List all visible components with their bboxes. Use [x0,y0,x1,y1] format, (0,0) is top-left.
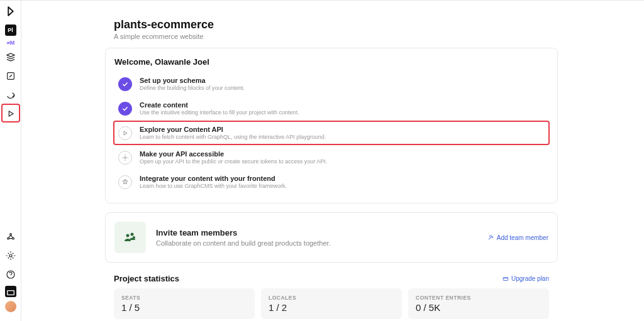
step-desc: Learn to fetch content with GraphQL, usi… [140,134,531,140]
schema-icon[interactable] [3,50,18,65]
svg-point-4 [9,234,11,236]
upgrade-plan-link[interactable]: Upgrade plan [502,275,549,282]
svg-rect-14 [503,277,508,280]
step-title: Create content [140,101,531,109]
add-team-member-link[interactable]: Add team member [488,234,548,241]
check-icon [118,102,132,116]
svg-point-13 [489,236,491,237]
stat-seats: SEATS1 / 5 [114,288,255,319]
check-icon [118,77,132,91]
integrate-icon [118,175,132,189]
link-label: Upgrade plan [511,275,549,282]
stat-entries: CONTENT ENTRIES0 / 5K [408,288,549,319]
stats-grid: SEATS1 / 5 LOCALES1 / 2 CONTENT ENTRIES0… [105,288,558,321]
project-title: plants-ecommerce [114,18,558,31]
svg-marker-8 [124,131,127,135]
svg-rect-7 [7,291,14,295]
step-desc: Define the building blocks of your conte… [140,85,531,91]
stats-title: Project statistics [114,274,179,283]
svg-point-3 [12,237,14,239]
step-content[interactable]: Create contentUse the intuitive editing … [114,96,548,121]
webhooks-icon[interactable] [3,229,18,244]
link-label: Add team member [497,234,548,241]
svg-point-11 [131,233,134,236]
project-badge[interactable]: Pl [5,24,16,36]
step-desc: Learn how to use GraphCMS with your favo… [140,183,531,189]
onboarding-card: Welcome, Olawanle Joel Set up your schem… [105,48,558,204]
ml-badge: ∝M [6,40,15,46]
changelog-icon[interactable] [5,286,16,297]
main-content: plants-ecommerce A simple ecommerce webs… [21,1,644,321]
project-subtitle: A simple ecommerce website [114,33,558,40]
team-icon [114,222,146,253]
step-title: Integrate your content with your fronten… [140,175,531,182]
stat-locales: LOCALES1 / 2 [261,288,402,319]
chevron-right-icon [538,103,545,114]
svg-point-9 [125,156,126,158]
step-desc: Open up your API to the public or create… [140,158,531,165]
sidebar: Pl ∝M [0,1,21,321]
playground-icon[interactable] [3,106,18,121]
chevron-right-icon [538,79,545,90]
project-header: plants-ecommerce A simple ecommerce webs… [105,18,558,40]
step-schema[interactable]: Set up your schemaDefine the building bl… [114,72,548,96]
invite-desc: Collaborate on content and build great p… [156,239,478,247]
invite-card: Invite team members Collaborate on conte… [105,212,558,263]
step-api-access[interactable]: Make your API accessibleOpen up your API… [114,145,548,170]
step-title: Explore your Content API [140,126,531,133]
chevron-right-icon [538,152,545,163]
logo[interactable] [5,6,16,17]
step-desc: Use the intuitive editing interface to f… [140,109,531,116]
gear-icon [118,151,132,165]
step-title: Make your API accessible [140,150,531,158]
welcome-heading: Welcome, Olawanle Joel [114,57,548,67]
user-avatar[interactable] [5,301,16,312]
chevron-right-icon [538,177,545,188]
invite-title: Invite team members [156,228,478,237]
settings-icon[interactable] [3,248,18,263]
help-icon[interactable] [3,267,18,282]
step-api-explore[interactable]: Explore your Content APILearn to fetch c… [113,121,550,145]
svg-point-2 [7,237,9,239]
assets-icon[interactable] [3,87,18,102]
svg-point-5 [9,254,12,257]
step-integrate[interactable]: Integrate your content with your fronten… [114,170,548,194]
step-title: Set up your schema [140,77,531,84]
play-icon [118,126,132,140]
edit-icon[interactable] [3,68,18,84]
svg-marker-1 [9,111,13,116]
stats-header: Project statistics Upgrade plan [105,271,558,288]
chevron-right-icon [538,128,545,139]
svg-point-10 [126,234,130,237]
